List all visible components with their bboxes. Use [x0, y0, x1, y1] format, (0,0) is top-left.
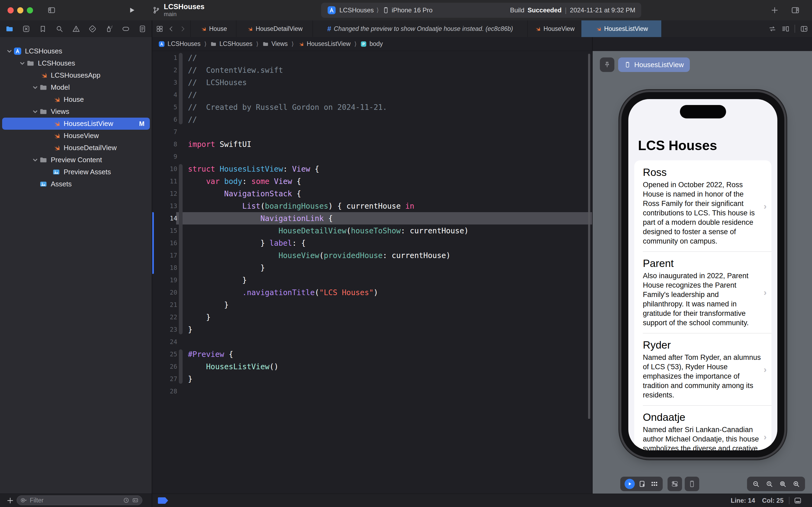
source-editor[interactable]: 1//2// ContentView.swift3// LCSHouses4//… [152, 51, 592, 494]
swap-editor-icon[interactable] [768, 25, 776, 33]
zoom-window-button[interactable] [27, 7, 33, 13]
recent-files-icon[interactable] [123, 497, 130, 504]
sidebar-item-preview-content[interactable]: Preview Content [2, 154, 150, 166]
tab-house[interactable]: House [190, 20, 236, 37]
line-number[interactable]: 11 [152, 178, 177, 185]
new-tab-button[interactable] [770, 6, 779, 15]
line-number[interactable]: 20 [152, 289, 177, 296]
line-number[interactable]: 22 [152, 314, 177, 321]
disclosure-chevron-icon[interactable] [31, 83, 39, 92]
tab-houseslistview[interactable]: HousesListView [581, 20, 661, 37]
tab-houseview[interactable]: HouseView [527, 20, 581, 37]
selectable-preview-icon[interactable] [639, 480, 647, 488]
line-number[interactable]: 14 [152, 215, 177, 222]
scheme-name[interactable]: LCSHouses [339, 6, 374, 14]
forward-button[interactable] [179, 25, 187, 33]
source-control-summary[interactable]: LCSHouses main [152, 3, 205, 18]
variants-grid-icon[interactable] [650, 480, 658, 488]
sidebar-divider[interactable] [152, 20, 152, 507]
tab-commit[interactable]: #Changed the preview to show Ondaatje ho… [312, 20, 527, 37]
disclosure-chevron-icon[interactable] [31, 156, 39, 164]
navigator-test-icon[interactable] [89, 25, 97, 33]
line-number[interactable]: 21 [152, 301, 177, 308]
line-number[interactable]: 19 [152, 277, 177, 284]
line-number[interactable]: 12 [152, 190, 177, 197]
sidebar-item-houseslistview[interactable]: HousesListViewM [2, 118, 150, 130]
zoom-fit-icon[interactable] [779, 480, 787, 488]
line-number[interactable]: 9 [152, 153, 177, 160]
sidebar-item-lcshousesapp[interactable]: LCSHousesApp [2, 69, 150, 81]
breadcrumb-item-lcshouses[interactable]: LCSHouses [159, 40, 200, 48]
line-number[interactable]: 3 [152, 79, 177, 86]
back-button[interactable] [167, 25, 175, 33]
sidebar-item-lcshouses[interactable]: LCSHouses [2, 45, 150, 57]
navigator-toggle-icon[interactable] [47, 6, 56, 14]
source-control-filter-icon[interactable] [132, 497, 139, 504]
house-row-ondaatje[interactable]: OndaatjeNamed after Sri Lankan-Canadian … [634, 405, 771, 450]
line-number[interactable]: 16 [152, 239, 177, 246]
editor-options-icon[interactable] [781, 25, 790, 33]
house-row-parent[interactable]: ParentAlso inaugurated in 2022, Parent H… [634, 251, 771, 333]
line-number[interactable]: 28 [152, 388, 177, 395]
line-number[interactable]: 15 [152, 227, 177, 234]
line-number[interactable]: 18 [152, 264, 177, 271]
line-number[interactable]: 27 [152, 376, 177, 382]
line-number[interactable]: 10 [152, 165, 177, 172]
close-window-button[interactable] [7, 7, 14, 13]
navigator-warning-icon[interactable] [72, 25, 80, 33]
zoom-100-icon[interactable] [765, 480, 773, 488]
line-number[interactable]: 2 [152, 67, 177, 73]
breadcrumb-item-lcshouses[interactable]: LCSHouses [210, 40, 252, 48]
house-row-ryder[interactable]: RyderNamed after Tom Ryder, an alumnus o… [634, 333, 771, 405]
sidebar-item-house[interactable]: House [2, 94, 150, 106]
navigator-tag-icon[interactable] [122, 25, 130, 33]
tab-housedetailview[interactable]: HouseDetailView [236, 20, 312, 37]
disclosure-chevron-icon[interactable] [18, 59, 26, 67]
sidebar-item-lcshouses[interactable]: LCSHouses [2, 57, 150, 69]
breakpoints-indicator[interactable] [158, 497, 168, 504]
line-number[interactable]: 24 [152, 338, 177, 345]
activity-status-pill[interactable]: LCSHouses ⟩ iPhone 16 Pro Build Succeede… [321, 3, 641, 18]
pin-preview-button[interactable] [600, 57, 615, 72]
breadcrumb-item-houseslistview[interactable]: HousesListView [297, 40, 350, 48]
line-number[interactable]: 4 [152, 91, 177, 98]
navigator-filter-field[interactable] [17, 496, 142, 505]
zoom-out-icon[interactable] [752, 480, 760, 488]
navigator-report-icon[interactable] [138, 25, 147, 33]
preview-target-chip[interactable]: HousesListView [618, 57, 690, 72]
device-bezels-button[interactable] [685, 477, 699, 491]
navigator-search-icon[interactable] [55, 25, 64, 33]
navigator-bookmark-icon[interactable] [39, 25, 47, 33]
filter-input[interactable] [29, 497, 121, 504]
line-number[interactable]: 8 [152, 141, 177, 148]
line-number[interactable]: 6 [152, 116, 177, 123]
line-number[interactable]: 1 [152, 54, 177, 61]
sidebar-item-model[interactable]: Model [2, 81, 150, 94]
live-preview-button[interactable] [625, 479, 635, 489]
line-number[interactable]: 7 [152, 128, 177, 135]
minimize-window-button[interactable] [17, 7, 23, 13]
line-number[interactable]: 5 [152, 104, 177, 111]
sidebar-item-houseview[interactable]: HouseView [2, 130, 150, 142]
sidebar-item-assets[interactable]: Assets [2, 178, 150, 190]
related-items-icon[interactable] [156, 25, 164, 33]
sidebar-item-preview-assets[interactable]: Preview Assets [2, 166, 150, 178]
sidebar-item-views[interactable]: Views [2, 106, 150, 118]
device-settings-button[interactable] [668, 477, 682, 491]
house-row-ross[interactable]: RossOpened in October 2022, Ross House i… [634, 160, 771, 251]
navigator-changes-icon[interactable] [22, 25, 31, 33]
breadcrumb-item-views[interactable]: Views [263, 40, 288, 48]
add-file-button[interactable] [6, 496, 14, 505]
line-number[interactable]: 23 [152, 326, 177, 333]
line-number[interactable]: 25 [152, 351, 177, 358]
navigator-debug-icon[interactable] [105, 25, 113, 33]
preview-divider[interactable] [592, 37, 593, 494]
run-button[interactable] [128, 6, 136, 14]
debug-area-toggle-icon[interactable] [793, 496, 802, 505]
zoom-in-icon[interactable] [792, 480, 800, 488]
inspector-toggle-icon[interactable] [791, 6, 800, 15]
line-number[interactable]: 17 [152, 252, 177, 259]
disclosure-chevron-icon[interactable] [5, 47, 13, 55]
disclosure-chevron-icon[interactable] [31, 108, 39, 116]
run-destination[interactable]: iPhone 16 Pro [392, 6, 432, 14]
